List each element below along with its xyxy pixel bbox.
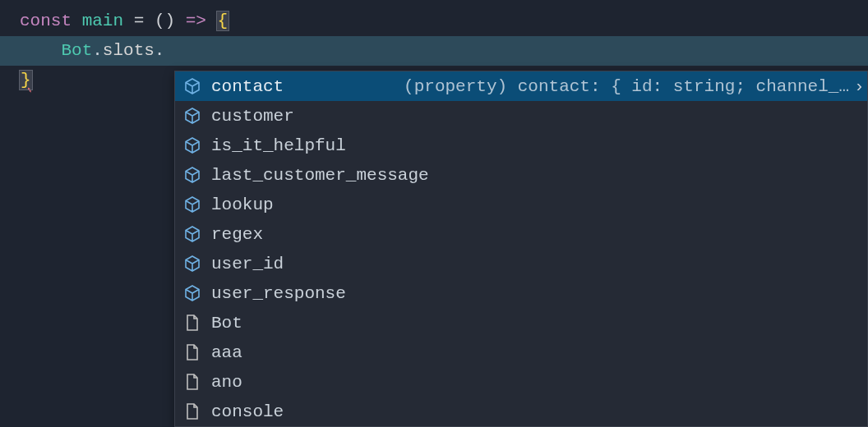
token-keyword: const [20,11,72,30]
suggestion-label: user_response [211,284,346,303]
token-arrow: => [186,11,206,30]
field-icon [183,107,201,125]
code-line-1[interactable]: const main = () => { [20,7,868,36]
token-paren-close: ) [164,11,175,30]
field-icon [183,166,201,184]
file-icon [183,343,201,361]
suggestion-label: last_customer_message [211,166,429,185]
suggestion-item[interactable]: ano [175,367,867,397]
field-icon [183,255,201,273]
suggestion-item[interactable]: console [175,397,867,426]
file-icon [183,402,201,420]
suggestion-label: ano [211,373,242,392]
suggestion-label: console [211,402,284,421]
token-property: slots [103,41,155,60]
suggestion-label: aaa [211,343,242,362]
suggestion-label: user_id [211,255,284,273]
suggestion-item[interactable]: is_it_helpful [175,131,867,160]
suggestion-item[interactable]: customer [175,101,867,131]
suggestion-item[interactable]: contact(property) contact: { id: string;… [175,71,867,101]
field-icon [183,284,201,302]
suggestion-item[interactable]: lookup [175,190,867,219]
token-paren-open: ( [155,11,165,30]
field-icon [183,195,201,214]
field-icon [183,136,201,154]
suggestion-item[interactable]: Bot [175,308,867,337]
suggestion-label: regex [211,225,263,244]
chevron-right-icon[interactable]: › [849,77,862,96]
token-identifier: main [82,11,123,30]
token-brace-close: } [20,71,32,90]
token-dot: . [155,41,165,60]
suggestion-item[interactable]: regex [175,219,867,249]
token-brace-open: { [217,11,229,30]
suggestion-item[interactable]: user_response [175,278,867,308]
file-icon [183,314,201,332]
suggestion-popup[interactable]: contact(property) contact: { id: string;… [174,71,868,427]
code-line-2[interactable]: Bot.slots. [20,36,868,66]
suggestion-label: Bot [211,314,242,333]
token-equals: = [134,11,145,30]
token-identifier: Bot [61,41,92,60]
suggestion-label: customer [211,107,294,126]
suggestion-detail: (property) contact: { id: string; channe… [387,77,849,96]
suggestion-label: contact [211,77,284,96]
file-icon [183,373,201,391]
suggestion-item[interactable]: last_customer_message [175,160,867,190]
suggestion-label: is_it_helpful [211,136,346,155]
field-icon [183,225,201,243]
suggestion-item[interactable]: user_id [175,249,867,278]
suggestion-item[interactable]: aaa [175,337,867,367]
field-icon [183,77,201,95]
token-dot: . [92,41,103,60]
suggestion-label: lookup [211,195,274,214]
